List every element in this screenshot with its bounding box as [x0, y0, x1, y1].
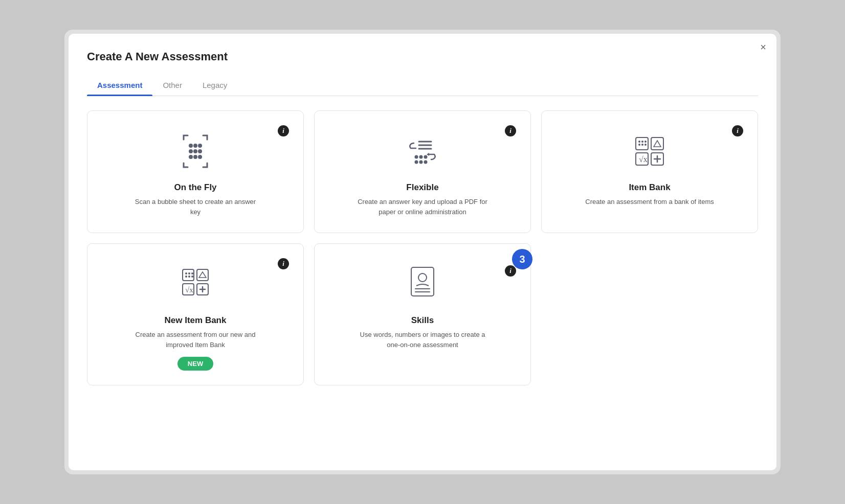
- card-title-on-the-fly: On the Fly: [174, 182, 216, 193]
- card-icon-on-the-fly: [170, 128, 221, 174]
- svg-point-34: [185, 272, 187, 274]
- tab-legacy[interactable]: Legacy: [192, 76, 237, 96]
- svg-point-5: [198, 149, 202, 153]
- card-icon-flexible: [397, 128, 448, 174]
- modal-title: Create A New Assessment: [87, 50, 758, 63]
- svg-point-22: [644, 141, 647, 143]
- svg-point-23: [638, 144, 640, 146]
- svg-point-37: [185, 276, 187, 278]
- card-title-item-bank: Item Bank: [629, 182, 670, 193]
- svg-point-48: [418, 273, 427, 282]
- card-desc-new-item-bank: Create an assessment from our new and im…: [129, 330, 262, 350]
- svg-marker-27: [654, 141, 661, 147]
- svg-point-12: [415, 155, 418, 159]
- new-badge: NEW: [177, 357, 213, 371]
- svg-point-15: [415, 161, 418, 164]
- svg-point-8: [198, 155, 202, 159]
- card-icon-skills: [397, 261, 448, 307]
- card-skills[interactable]: i 3: [314, 243, 531, 385]
- card-title-flexible: Flexible: [406, 182, 438, 193]
- card-desc-skills: Use words, numbers or images to create a…: [356, 330, 489, 350]
- num-badge-skills: 3: [512, 249, 532, 269]
- cards-grid: i: [87, 110, 758, 385]
- info-icon-new-item-bank[interactable]: i: [278, 258, 289, 269]
- card-desc-flexible: Create an answer key and upload a PDF fo…: [356, 197, 489, 217]
- card-item-bank[interactable]: i: [541, 110, 758, 233]
- svg-point-3: [189, 149, 193, 153]
- info-icon-flexible[interactable]: i: [505, 125, 516, 136]
- modal: × Create A New Assessment Assessment Oth…: [69, 34, 776, 470]
- svg-point-36: [191, 272, 193, 274]
- tab-assessment[interactable]: Assessment: [87, 76, 152, 96]
- svg-marker-41: [199, 272, 206, 278]
- card-on-the-fly[interactable]: i: [87, 110, 304, 233]
- modal-wrapper: × Create A New Assessment Assessment Oth…: [64, 30, 781, 474]
- svg-point-1: [193, 144, 197, 148]
- svg-point-4: [193, 149, 197, 153]
- svg-rect-19: [636, 138, 648, 150]
- svg-rect-26: [651, 138, 663, 150]
- svg-point-6: [189, 155, 193, 159]
- svg-point-24: [641, 144, 643, 146]
- svg-point-14: [424, 155, 428, 159]
- tab-other[interactable]: Other: [152, 76, 192, 96]
- svg-point-0: [189, 144, 193, 148]
- card-new-item-bank[interactable]: i: [87, 243, 304, 385]
- svg-rect-40: [197, 269, 208, 281]
- svg-point-17: [424, 161, 428, 164]
- card-icon-new-item-bank: √x: [170, 261, 221, 307]
- info-icon-on-the-fly[interactable]: i: [278, 125, 289, 136]
- svg-point-7: [193, 155, 197, 159]
- card-flexible[interactable]: i: [314, 110, 531, 233]
- svg-text:√x: √x: [185, 286, 193, 294]
- svg-rect-33: [183, 269, 194, 281]
- svg-point-38: [188, 276, 190, 278]
- svg-text:√x: √x: [639, 155, 648, 164]
- info-icon-skills[interactable]: i: [505, 265, 516, 277]
- card-desc-item-bank: Create an assessment from a bank of item…: [585, 197, 714, 207]
- close-button[interactable]: ×: [760, 42, 766, 52]
- tabs-container: Assessment Other Legacy: [87, 76, 758, 96]
- svg-point-2: [198, 144, 202, 148]
- card-icon-item-bank: √x: [624, 128, 675, 174]
- svg-marker-18: [427, 153, 429, 156]
- svg-point-16: [419, 161, 423, 164]
- svg-point-39: [191, 276, 193, 278]
- svg-point-20: [638, 141, 640, 143]
- card-desc-on-the-fly: Scan a bubble sheet to create an answer …: [129, 197, 262, 217]
- info-icon-item-bank[interactable]: i: [732, 125, 743, 136]
- card-title-new-item-bank: New Item Bank: [165, 315, 227, 326]
- svg-point-35: [188, 272, 190, 274]
- svg-point-13: [419, 155, 423, 159]
- svg-point-25: [644, 144, 647, 146]
- card-title-skills: Skills: [411, 315, 434, 326]
- svg-point-21: [641, 141, 643, 143]
